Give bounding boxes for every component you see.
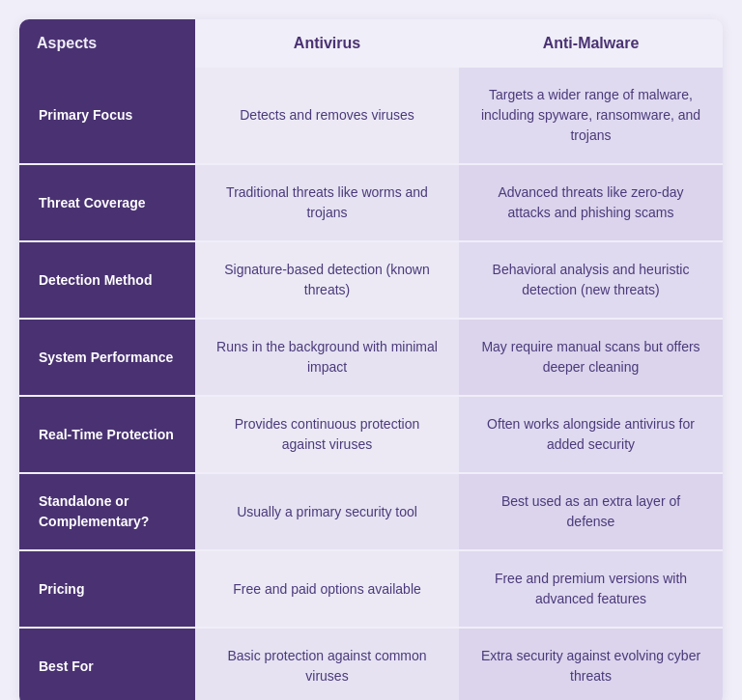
- table-row: Primary FocusDetects and removes viruses…: [19, 68, 723, 164]
- table-row: System PerformanceRuns in the background…: [19, 319, 723, 396]
- header-antimalware: Anti-Malware: [459, 19, 723, 68]
- cell-antivirus: Detects and removes viruses: [195, 68, 459, 164]
- cell-antimalware: Often works alongside antivirus for adde…: [459, 396, 723, 473]
- cell-aspect: Best For: [19, 628, 195, 700]
- cell-antivirus: Free and paid options available: [195, 550, 459, 628]
- cell-aspect: Standalone or Complementary?: [19, 473, 195, 550]
- cell-antimalware: Best used as an extra layer of defense: [459, 473, 723, 550]
- cell-antivirus: Provides continuous protection against v…: [195, 396, 459, 473]
- table-row: Standalone or Complementary?Usually a pr…: [19, 473, 723, 550]
- header-antivirus: Antivirus: [195, 19, 459, 68]
- table-body: Primary FocusDetects and removes viruses…: [19, 68, 723, 700]
- table-row: PricingFree and paid options availableFr…: [19, 550, 723, 628]
- cell-aspect: Pricing: [19, 550, 195, 628]
- comparison-table-container: Aspects Antivirus Anti-Malware Primary F…: [19, 19, 723, 700]
- table-row: Threat CoverageTraditional threats like …: [19, 164, 723, 241]
- table-row: Real-Time ProtectionProvides continuous …: [19, 396, 723, 473]
- header-aspect: Aspects: [19, 19, 195, 68]
- cell-antimalware: Extra security against evolving cyber th…: [459, 628, 723, 700]
- cell-antimalware: Free and premium versions with advanced …: [459, 550, 723, 628]
- cell-aspect: Threat Coverage: [19, 164, 195, 241]
- cell-antivirus: Runs in the background with minimal impa…: [195, 319, 459, 396]
- cell-antimalware: Targets a wider range of malware, includ…: [459, 68, 723, 164]
- cell-aspect: Primary Focus: [19, 68, 195, 164]
- table-row: Best ForBasic protection against common …: [19, 628, 723, 700]
- cell-antimalware: May require manual scans but offers deep…: [459, 319, 723, 396]
- cell-antivirus: Basic protection against common viruses: [195, 628, 459, 700]
- comparison-table: Aspects Antivirus Anti-Malware Primary F…: [19, 19, 723, 700]
- cell-antivirus: Usually a primary security tool: [195, 473, 459, 550]
- cell-aspect: Detection Method: [19, 241, 195, 319]
- cell-aspect: Real-Time Protection: [19, 396, 195, 473]
- cell-antivirus: Signature-based detection (known threats…: [195, 241, 459, 319]
- cell-antimalware: Advanced threats like zero-day attacks a…: [459, 164, 723, 241]
- table-header-row: Aspects Antivirus Anti-Malware: [19, 19, 723, 68]
- table-row: Detection MethodSignature-based detectio…: [19, 241, 723, 319]
- cell-antivirus: Traditional threats like worms and troja…: [195, 164, 459, 241]
- cell-antimalware: Behavioral analysis and heuristic detect…: [459, 241, 723, 319]
- cell-aspect: System Performance: [19, 319, 195, 396]
